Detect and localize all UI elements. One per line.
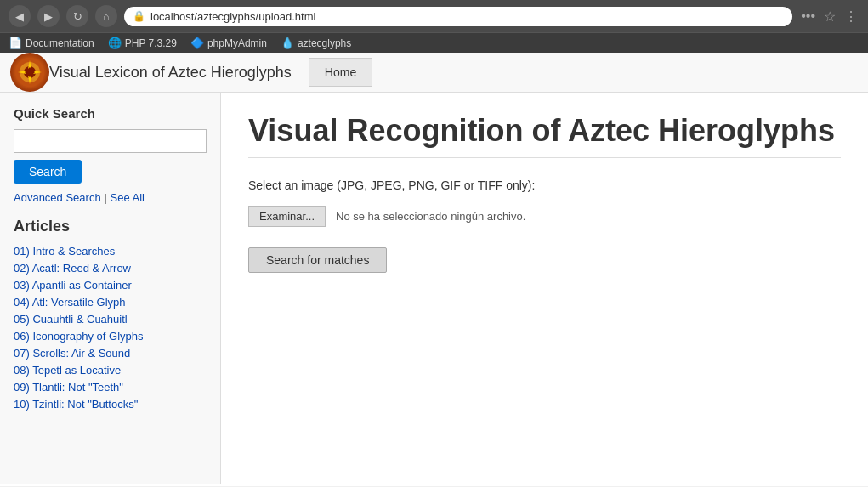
- forward-button[interactable]: ▶: [37, 5, 60, 27]
- bookmark-php[interactable]: 🌐 PHP 7.3.29: [108, 37, 177, 49]
- sidebar-links: Advanced Search | See All: [14, 190, 207, 204]
- browser-chrome: ◀ ▶ ↻ ⌂ 🔒 ••• ☆ ⋮ 📄 Documentation 🌐 PHP …: [0, 0, 868, 53]
- profile-button[interactable]: ⋮: [842, 7, 859, 26]
- bookmark-button[interactable]: ☆: [822, 7, 837, 26]
- bookmark-documentation[interactable]: 📄 Documentation: [9, 37, 94, 49]
- file-upload-row: Examinar... No se ha seleccionado ningún…: [248, 206, 841, 227]
- list-item: 04) Atl: Versatile Glyph: [14, 295, 207, 309]
- bookmark-phpmyadmin[interactable]: 🔷 phpMyAdmin: [190, 37, 267, 49]
- article-link[interactable]: 10) Tzintli: Not "Buttocks": [14, 398, 138, 411]
- home-button[interactable]: ⌂: [95, 5, 117, 27]
- address-bar-wrapper: 🔒: [124, 7, 792, 26]
- content-area: Visual Recognition of Aztec Hieroglyphs …: [221, 93, 868, 484]
- site-header: Visual Lexicon of Aztec Hieroglyphs Home: [0, 53, 868, 93]
- list-item: 05) Cuauhtli & Cuahuitl: [14, 312, 207, 326]
- list-item: 02) Acatl: Reed & Arrow: [14, 261, 207, 275]
- svg-point-2: [24, 66, 36, 78]
- article-link[interactable]: 07) Scrolls: Air & Sound: [14, 347, 130, 360]
- search-matches-button[interactable]: Search for matches: [248, 247, 387, 273]
- search-input[interactable]: [14, 129, 207, 153]
- browser-toolbar: ◀ ▶ ↻ ⌂ 🔒 ••• ☆ ⋮: [0, 0, 868, 32]
- site-logo: [10, 53, 49, 92]
- bookmark-documentation-label: Documentation: [26, 37, 94, 49]
- article-link[interactable]: 09) Tlantli: Not "Teeth": [14, 381, 123, 394]
- article-link[interactable]: 01) Intro & Searches: [14, 245, 115, 258]
- security-icon: 🔒: [133, 10, 145, 22]
- article-link[interactable]: 05) Cuauhtli & Cuahuitl: [14, 313, 128, 326]
- article-list: 01) Intro & Searches02) Acatl: Reed & Ar…: [14, 244, 207, 411]
- bookmark-phpmyadmin-label: phpMyAdmin: [207, 37, 267, 49]
- see-all-link[interactable]: See All: [111, 191, 145, 204]
- aztecglyphs-icon: 💧: [281, 37, 294, 49]
- page-wrapper: Visual Lexicon of Aztec Hieroglyphs Home…: [0, 53, 868, 486]
- select-label: Select an image (JPG, JPEG, PNG, GIF or …: [248, 178, 841, 192]
- bookmark-php-label: PHP 7.3.29: [125, 37, 177, 49]
- list-item: 08) Tepetl as Locative: [14, 363, 207, 377]
- main-layout: Quick Search Search Advanced Search | Se…: [0, 93, 868, 484]
- file-status: No se ha seleccionado ningún archivo.: [336, 210, 525, 223]
- search-button[interactable]: Search: [14, 160, 82, 184]
- list-item: 10) Tzintli: Not "Buttocks": [14, 397, 207, 411]
- bookmark-aztecglyphs[interactable]: 💧 aztecglyphs: [281, 37, 351, 49]
- sidebar: Quick Search Search Advanced Search | Se…: [0, 93, 221, 484]
- list-item: 01) Intro & Searches: [14, 244, 207, 258]
- list-item: 03) Apantli as Container: [14, 278, 207, 292]
- back-button[interactable]: ◀: [9, 5, 31, 27]
- quick-search-title: Quick Search: [14, 106, 207, 121]
- file-browse-button[interactable]: Examinar...: [248, 206, 326, 227]
- article-link[interactable]: 06) Iconography of Glyphs: [14, 330, 143, 343]
- list-item: 06) Iconography of Glyphs: [14, 329, 207, 343]
- list-item: 07) Scrolls: Air & Sound: [14, 346, 207, 360]
- articles-title: Articles: [14, 218, 207, 235]
- article-link[interactable]: 08) Tepetl as Locative: [14, 364, 121, 377]
- article-link[interactable]: 02) Acatl: Reed & Arrow: [14, 262, 131, 275]
- documentation-icon: 📄: [9, 37, 22, 49]
- site-title: Visual Lexicon of Aztec Hieroglyphs: [49, 64, 292, 82]
- refresh-button[interactable]: ↻: [66, 5, 88, 27]
- nav-home-button[interactable]: Home: [309, 58, 372, 87]
- bookmark-aztecglyphs-label: aztecglyphs: [298, 37, 351, 49]
- article-link[interactable]: 04) Atl: Versatile Glyph: [14, 296, 126, 309]
- more-button[interactable]: •••: [799, 7, 817, 25]
- page-heading: Visual Recognition of Aztec Hieroglyphs: [248, 113, 841, 158]
- advanced-search-link[interactable]: Advanced Search: [14, 191, 101, 204]
- link-divider: |: [105, 191, 111, 204]
- address-bar[interactable]: [150, 10, 784, 23]
- bookmarks-bar: 📄 Documentation 🌐 PHP 7.3.29 🔷 phpMyAdmi…: [0, 32, 868, 53]
- phpmyadmin-icon: 🔷: [190, 37, 204, 49]
- list-item: 09) Tlantli: Not "Teeth": [14, 380, 207, 394]
- php-icon: 🌐: [108, 37, 122, 49]
- browser-actions: ••• ☆ ⋮: [799, 7, 859, 26]
- article-link[interactable]: 03) Apantli as Container: [14, 279, 132, 292]
